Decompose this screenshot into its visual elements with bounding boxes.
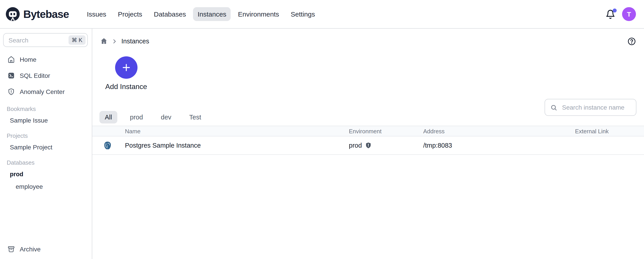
postgresql-icon	[92, 141, 125, 150]
nav-settings[interactable]: Settings	[286, 7, 319, 21]
table-row[interactable]: Postgres Sample Instance prod /tmp:8083	[92, 136, 644, 155]
sidebar-search[interactable]: ⌘ K	[3, 33, 88, 47]
sidebar-item-label: Archive	[20, 246, 40, 253]
search-shortcut-badge: ⌘ K	[68, 35, 86, 45]
instances-toolbar: All prod dev Test	[92, 99, 644, 124]
breadcrumb-home-icon[interactable]	[100, 37, 108, 45]
tab-test[interactable]: Test	[184, 111, 206, 123]
tab-prod[interactable]: prod	[124, 111, 148, 123]
breadcrumb-current: Instances	[121, 37, 149, 45]
notifications-button[interactable]	[606, 9, 615, 19]
unread-notification-dot	[613, 8, 617, 12]
sidebar-search-input[interactable]	[8, 36, 68, 44]
sidebar-item-label: SQL Editor	[20, 72, 50, 79]
sidebar-item-sample-issue[interactable]: Sample Issue	[0, 114, 92, 127]
nav-instances[interactable]: Instances	[193, 7, 231, 21]
sidebar-item-anomaly-center[interactable]: Anomaly Center	[0, 84, 92, 100]
nav-projects[interactable]: Projects	[114, 7, 147, 21]
sidebar-footer: Archive	[0, 241, 92, 257]
instance-search-input[interactable]	[561, 103, 630, 111]
section-title-databases: Databases	[0, 153, 92, 168]
breadcrumb: Instances	[92, 29, 644, 54]
user-avatar[interactable]: T	[622, 7, 636, 21]
cell-environment: prod	[349, 142, 423, 149]
home-icon	[8, 56, 15, 63]
environment-filter-tabs: All prod dev Test	[100, 111, 206, 123]
sidebar-item-sql-editor[interactable]: SQL Editor	[0, 67, 92, 84]
sidebar-item-prod[interactable]: prod	[0, 168, 92, 180]
tab-dev[interactable]: dev	[156, 111, 177, 123]
top-navbar: Bytebase Issues Projects Databases Insta…	[0, 0, 644, 29]
sidebar-item-label: Anomaly Center	[20, 88, 65, 95]
sidebar-item-home[interactable]: Home	[0, 51, 92, 67]
cell-instance-name: Postgres Sample Instance	[125, 142, 349, 149]
nav-databases[interactable]: Databases	[149, 7, 190, 21]
search-icon	[550, 104, 557, 111]
column-header-external-link: External Link	[575, 128, 644, 134]
table-header: Name Environment Address External Link	[92, 126, 644, 136]
protected-shield-icon	[365, 142, 372, 149]
navbar-right: T	[606, 7, 636, 21]
cell-address: /tmp:8083	[423, 142, 575, 149]
environment-name: prod	[349, 142, 362, 149]
shield-alert-icon	[8, 88, 15, 95]
add-instance-circle[interactable]	[115, 56, 137, 79]
section-title-projects: Projects	[0, 127, 92, 141]
column-header-address: Address	[423, 128, 575, 134]
chevron-right-icon	[112, 38, 117, 44]
brand-name: Bytebase	[23, 8, 69, 20]
column-header-environment: Environment	[349, 128, 423, 134]
bytebase-logo-icon	[5, 7, 20, 21]
help-button[interactable]	[628, 37, 636, 45]
terminal-icon	[8, 72, 15, 79]
brand-logo[interactable]: Bytebase	[5, 7, 69, 21]
plus-icon	[121, 63, 131, 72]
nav-environments[interactable]: Environments	[234, 7, 284, 21]
column-header-name: Name	[125, 128, 349, 134]
sidebar-item-label: Home	[20, 56, 36, 63]
add-instance-label: Add Instance	[105, 83, 147, 91]
app-window: Bytebase Issues Projects Databases Insta…	[0, 0, 644, 259]
sidebar-item-sample-project[interactable]: Sample Project	[0, 141, 92, 153]
instance-search[interactable]	[544, 99, 636, 116]
main-content: Instances Add Instance	[92, 29, 644, 259]
archive-icon	[8, 246, 15, 253]
sidebar-item-archive[interactable]: Archive	[0, 241, 92, 257]
tab-all[interactable]: All	[100, 111, 117, 123]
sidebar-item-employee[interactable]: employee	[0, 180, 92, 193]
nav-issues[interactable]: Issues	[82, 7, 111, 21]
main-nav: Issues Projects Databases Instances Envi…	[82, 7, 320, 21]
add-instance-button[interactable]: Add Instance	[105, 56, 147, 91]
instances-table: Name Environment Address External Link P…	[92, 126, 644, 155]
section-title-bookmarks: Bookmarks	[0, 100, 92, 114]
sidebar: ⌘ K Home SQL Editor	[0, 29, 92, 259]
